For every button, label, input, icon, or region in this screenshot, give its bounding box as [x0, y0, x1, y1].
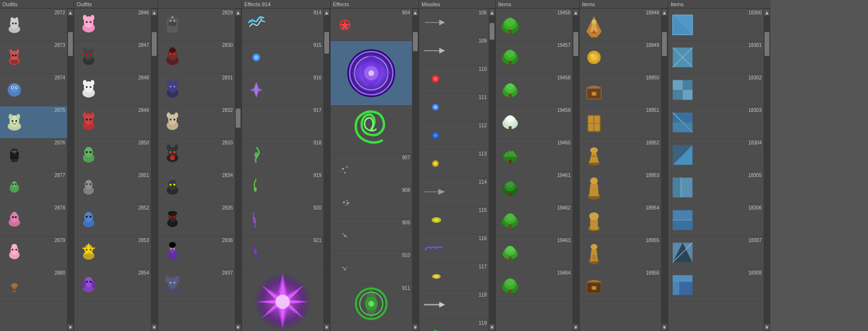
- item-cell-19457[interactable]: 19457: [496, 41, 572, 74]
- missile-cell-113[interactable]: 113: [419, 150, 489, 178]
- item-cell-18949[interactable]: 18949: [580, 41, 661, 74]
- effect-cell-904[interactable]: 904: [331, 9, 412, 41]
- item-cell-18948[interactable]: 18948: [580, 9, 661, 41]
- outfit-cell-2833[interactable]: 2833: [158, 139, 235, 171]
- effect-cell-918[interactable]: 918: [242, 139, 323, 171]
- item-cell-18951[interactable]: 18951: [580, 106, 661, 139]
- items1-scrollbar[interactable]: ▲ ▼: [572, 9, 579, 331]
- scroll-up-arrow[interactable]: ▲: [324, 9, 330, 16]
- scroll-down-arrow[interactable]: ▼: [662, 324, 667, 331]
- scroll-track[interactable]: [765, 17, 769, 323]
- outfits2-scrollbar[interactable]: ▲ ▼: [151, 9, 158, 331]
- scroll-handle[interactable]: [152, 32, 157, 56]
- outfit-cell-2851[interactable]: 2851: [74, 171, 151, 204]
- effect-cell-910[interactable]: 910: [331, 251, 412, 284]
- outfit-cell-2853[interactable]: 2853: [74, 236, 151, 269]
- scroll-handle[interactable]: [68, 32, 73, 56]
- outfit-cell-2832[interactable]: 2832: [158, 106, 235, 139]
- outfit-cell-2850[interactable]: 2850: [74, 139, 151, 171]
- outfit-cell-2873[interactable]: 2873: [0, 41, 67, 74]
- scroll-down-arrow[interactable]: ▼: [235, 324, 241, 331]
- outfit-cell-2830[interactable]: 2830: [158, 41, 235, 74]
- effects1-scrollbar[interactable]: ▲ ▼: [323, 9, 330, 331]
- effect-cell-921[interactable]: 921: [242, 236, 323, 269]
- scroll-track[interactable]: [236, 17, 240, 323]
- outfit-cell-2835[interactable]: 2835: [158, 204, 235, 236]
- item-cell-19461[interactable]: 19461: [496, 171, 572, 204]
- scroll-track[interactable]: [68, 17, 73, 323]
- scroll-up-arrow[interactable]: ▲: [489, 9, 495, 16]
- scroll-up-arrow[interactable]: ▲: [412, 9, 418, 16]
- effect-cell-907[interactable]: 907: [331, 154, 412, 186]
- scroll-handle[interactable]: [236, 109, 240, 128]
- outfit-cell-2834[interactable]: 2834: [158, 171, 235, 204]
- missile-cell-115[interactable]: 115: [419, 206, 489, 234]
- effect-cell-911[interactable]: 911: [331, 284, 412, 324]
- item-cell-19462[interactable]: 19462: [496, 204, 572, 236]
- outfit-cell-2836[interactable]: 2836: [158, 236, 235, 269]
- outfit-cell-2878[interactable]: 2878: [0, 204, 67, 236]
- scroll-track[interactable]: [490, 17, 494, 323]
- scroll-up-arrow[interactable]: ▲: [68, 9, 73, 16]
- effect-cell-917[interactable]: 917: [242, 106, 323, 139]
- item-cell-18300[interactable]: 18300: [668, 9, 764, 41]
- missile-cell-109[interactable]: 109: [419, 37, 489, 65]
- missile-cell-106[interactable]: 106: [419, 9, 489, 37]
- scroll-down-arrow[interactable]: ▼: [412, 324, 418, 331]
- item-cell-19460[interactable]: 19460: [496, 139, 572, 171]
- scroll-track[interactable]: [573, 17, 578, 323]
- outfits1-scrollbar[interactable]: ▲ ▼: [67, 9, 74, 331]
- scroll-handle[interactable]: [765, 32, 769, 56]
- outfit-cell-2875[interactable]: 2875: [0, 106, 67, 139]
- item-cell-18307[interactable]: 18307: [668, 236, 764, 269]
- scroll-track[interactable]: [324, 17, 329, 323]
- item-cell-19456[interactable]: 19456: [496, 9, 572, 41]
- scroll-down-arrow[interactable]: ▼: [324, 324, 330, 331]
- scroll-up-arrow[interactable]: ▲: [235, 9, 241, 16]
- outfit-cell-2854[interactable]: 2854: [74, 269, 151, 301]
- items2-scrollbar[interactable]: ▲ ▼: [661, 9, 668, 331]
- effect-cell-909[interactable]: 909: [331, 219, 412, 251]
- item-cell-19464[interactable]: 19464: [496, 269, 572, 301]
- item-cell-18306[interactable]: 18306: [668, 204, 764, 236]
- scroll-track[interactable]: [152, 17, 157, 323]
- item-cell-18952[interactable]: 18952: [580, 139, 661, 171]
- scroll-handle[interactable]: [573, 32, 578, 56]
- item-cell-18950[interactable]: 18950: [580, 74, 661, 106]
- outfit-cell-2837[interactable]: 2837: [158, 269, 235, 301]
- item-cell-19463[interactable]: 19463: [496, 236, 572, 269]
- item-cell-18303[interactable]: 18303: [668, 106, 764, 139]
- effect-cell-920[interactable]: 920: [242, 204, 323, 236]
- scroll-track[interactable]: [413, 17, 418, 323]
- item-cell-18954[interactable]: 18954: [580, 204, 661, 236]
- outfit-cell-2874[interactable]: 2874: [0, 74, 67, 106]
- outfit-cell-2846[interactable]: 2846: [74, 9, 151, 41]
- outfit-cell-2880[interactable]: 2880: [0, 269, 67, 301]
- effect-cell-burst-purple[interactable]: [242, 269, 323, 331]
- outfit-cell-2831[interactable]: 2831: [158, 74, 235, 106]
- item-cell-19459[interactable]: 19459: [496, 106, 572, 139]
- effect-cell-914[interactable]: 914: [242, 9, 323, 41]
- outfit-cell-2876[interactable]: 2876: [0, 139, 67, 171]
- scroll-handle[interactable]: [413, 32, 418, 51]
- missile-cell-112[interactable]: 112: [419, 121, 489, 150]
- scroll-down-arrow[interactable]: ▼: [764, 324, 770, 331]
- effect-cell-908[interactable]: 908: [331, 186, 412, 219]
- item-cell-18305[interactable]: 18305: [668, 171, 764, 204]
- effect-cell-915[interactable]: 915: [242, 41, 323, 74]
- missiles-scrollbar[interactable]: ▲ ▼: [489, 9, 495, 331]
- item-cell-18953[interactable]: 18953: [580, 171, 661, 204]
- items3-scrollbar[interactable]: ▲ ▼: [764, 9, 770, 331]
- scroll-down-arrow[interactable]: ▼: [151, 324, 157, 331]
- item-cell-18302[interactable]: 18302: [668, 74, 764, 106]
- effects2-scrollbar[interactable]: ▲ ▼: [412, 9, 419, 331]
- scroll-up-arrow[interactable]: ▲: [764, 9, 770, 16]
- missile-cell-116[interactable]: 116: [419, 234, 489, 263]
- outfit-cell-2879[interactable]: 2879: [0, 236, 67, 269]
- scroll-down-arrow[interactable]: ▼: [68, 324, 73, 331]
- scroll-up-arrow[interactable]: ▲: [573, 9, 579, 16]
- outfit-cell-2847[interactable]: 2847: [74, 41, 151, 74]
- outfit-cell-2849[interactable]: 2849: [74, 106, 151, 139]
- outfits3-scrollbar[interactable]: ▲ ▼: [235, 9, 241, 331]
- missile-cell-118[interactable]: 118: [419, 291, 489, 319]
